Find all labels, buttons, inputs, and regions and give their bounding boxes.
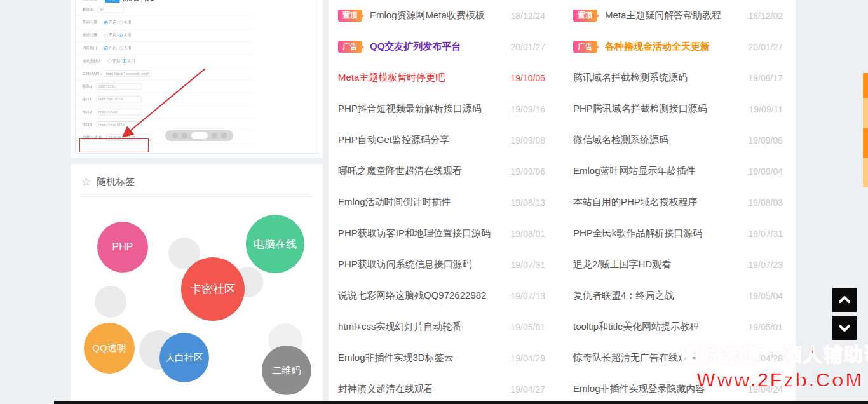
screenshot-form-row: 联系q:319773591 [76,80,254,93]
article-title-link[interactable]: PHP腾讯域名拦截检测接口源码 [573,103,744,115]
article-date: 19/08/01 [511,229,546,239]
side-widget-strip-segment[interactable] [863,73,868,98]
screenshot-radio-icon [104,20,108,24]
article-row: 微信域名检测系统源码19/09/08 [573,125,783,156]
screenshot-form-label: 邀请注册: [82,32,98,37]
tag-bubble-empty [95,286,126,318]
article-title-link[interactable]: PHP自动Get监控源码分享 [338,134,506,146]
article-date: 19/09/17 [749,73,783,83]
carousel-dot-active[interactable] [191,132,208,139]
article-date: 19/05/04 [749,291,783,301]
screenshot-radio-label: 开启 [109,45,116,50]
screenshot-form-input: 319773591 [96,83,142,90]
article-title-link[interactable]: Emlog蓝叶网站显示年龄插件 [573,165,743,177]
screenshot-form-input: https://meta.b47.c [96,121,142,128]
article-title-link[interactable]: 追龙2/贼王国字HD观看 [573,259,743,271]
article-title-link[interactable]: PHP抖音短视频最新解析接口源码 [338,103,506,115]
article-title-link[interactable]: 本站自用的PHP域名授权程序 [573,196,743,208]
article-date: 18/12/02 [749,11,783,21]
screenshot-radio-icon [119,33,123,37]
carousel-dots[interactable] [165,130,233,141]
side-widget-strip-segment[interactable] [863,98,868,128]
article-title-link[interactable]: 微信域名检测系统源码 [573,134,743,146]
article-title-link[interactable]: PHP获取访问系统信息接口源码 [338,259,506,271]
article-title-link[interactable]: Meta主题疑问解答帮助教程 [605,10,743,22]
article-date: 19/09/06 [511,166,546,177]
carousel-card: 模板设置: 保存 配置保存传参 删除ID:64开启注册:开启关闭邀请注册:开启关… [71,0,323,158]
article-date: 20/01/27 [511,42,546,52]
carousel-dot[interactable] [221,133,227,138]
screenshot-form-row: 浏览器默认:开启关闭 [76,55,254,67]
tag-bubble[interactable]: QQ透明 [84,323,135,374]
article-title-link[interactable]: tooltip和title美化网站提示教程 [573,321,743,333]
pinned-badge: 置顶 [573,10,597,22]
article-title-link[interactable]: PHP获取访客IP和地理位置接口源码 [338,227,506,239]
article-title-link[interactable]: QQ交友扩列发布平台 [370,41,506,53]
article-row: Meta主题模板暂时停更吧19/10/05 [338,62,545,93]
article-row: tooltip和title美化网站提示教程19/05/01 [573,311,783,342]
watermark-source-text: 图片来源：酒人辅助论坛 [681,342,868,368]
tag-bubble[interactable]: PHP [97,222,148,273]
article-date: 19/10/05 [511,73,546,83]
article-title-link[interactable]: Meta主题模板暂时停更吧 [338,72,506,84]
ad-badge: 广告 [573,41,597,53]
carousel-dot[interactable] [182,133,187,138]
screenshot-form-input: https://b7.co/ [96,109,142,115]
screenshot-form: 模板设置: 保存 配置保存传参 删除ID:64开启注册:开启关闭邀请注册:开启关… [76,0,318,144]
article-column-left: 置顶Emlog资源网Meta收费模板18/12/24广告QQ交友扩列发布平台20… [338,0,545,404]
article-title-link[interactable]: 各种撸现金活动全天更新 [605,41,743,53]
article-date: 19/09/08 [749,135,783,145]
article-row: Emlog活动时间倒计时插件19/08/13 [338,187,545,218]
tag-bubble[interactable]: 二维码 [262,346,311,395]
screenshot-radio-label: 关闭 [124,20,132,25]
article-row: PHP腾讯域名拦截检测接口源码19/09/11 [573,93,783,125]
article-title-link[interactable]: 说说七彩网络这脑残QQ972622982 [338,290,506,302]
article-row: 置顶Meta主题疑问解答帮助教程18/12/02 [573,0,783,31]
article-date: 19/04/27 [511,384,546,394]
form-header-title: 配置保存传参 [123,0,155,3]
highlight-red-box [79,138,149,152]
article-title-link[interactable]: Emlog活动时间倒计时插件 [338,196,506,208]
screenshot-form-input: https://api.b7.co/qrcode.php? [104,71,151,77]
article-date: 19/08/03 [749,198,783,208]
screenshot-form-row: 接口1:https://api.b7.co/ [76,93,254,105]
article-title-link[interactable]: Emlog资源网Meta收费模板 [370,10,506,22]
screenshot-form-label: 删除ID: [82,7,94,12]
article-date: 19/04/29 [511,353,546,363]
article-title-link[interactable]: PHP全民k歌作品解析接口源码 [573,227,743,239]
chevron-up-icon [836,292,853,308]
article-title-link[interactable]: 哪吒之魔童降世超清在线观看 [338,165,506,177]
article-row: 复仇者联盟4：终局之战19/05/04 [573,280,783,311]
screenshot-form-row: 删除ID:64 [76,3,254,16]
scroll-down-button[interactable] [832,316,857,340]
screenshot-radio-icon [119,20,123,24]
article-date: 19/09/16 [511,104,546,114]
article-row: PHP获取访客IP和地理位置接口源码19/08/01 [338,218,545,249]
article-row: 追龙2/贼王国字HD观看19/07/23 [573,249,783,280]
tag-bubble[interactable]: 大白社区 [159,333,209,382]
screenshot-form-row: 接口2:https://b7.co/ [76,106,254,119]
side-widget-strip-segment[interactable] [863,158,868,187]
side-widget-strip-segment[interactable] [863,128,868,158]
article-date: 19/09/11 [749,104,783,114]
screenshot-radio-label: 开启 [109,20,116,25]
carousel-dot[interactable] [172,133,178,138]
scroll-up-button[interactable] [832,288,857,312]
article-title-link[interactable]: 腾讯域名拦截检测系统源码 [573,72,743,84]
article-date: 19/07/23 [749,260,783,270]
screenshot-radio-label: 关闭 [124,45,132,50]
article-row: 置顶Emlog资源网Meta收费模板18/12/24 [338,0,545,31]
tag-bubble[interactable]: 电脑在线 [246,215,304,273]
screenshot-form-label: 接口3: [82,122,93,127]
carousel-dot[interactable] [212,133,217,138]
article-title-link[interactable]: 封神演义超清在线观看 [338,383,506,395]
tag-bubble[interactable]: 卡密社区 [181,257,245,321]
article-row: 腾讯域名拦截检测系统源码19/09/17 [573,62,783,93]
article-title-link[interactable]: 复仇者联盟4：终局之战 [573,290,743,302]
article-row: Emlog蓝叶网站显示年龄插件19/09/04 [573,156,783,187]
article-date: 19/07/31 [511,260,546,270]
pinned-badge: 置顶 [338,10,362,22]
article-date: 19/09/04 [749,166,783,177]
article-title-link[interactable]: html+css实现幻灯片自动轮番 [338,321,506,333]
article-title-link[interactable]: Emlog非插件实现3D标签云 [338,352,506,364]
